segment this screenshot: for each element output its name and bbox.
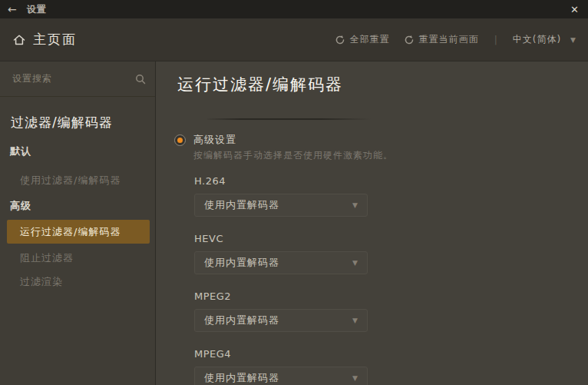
reset-current-button[interactable]: 重置当前画面 (404, 33, 479, 46)
main-content: 运行过滤器/编解码器 高级设置 按编解码器手动选择是否使用硬件激素功能。 H.2… (157, 61, 588, 385)
close-button[interactable]: ✕ (569, 4, 580, 15)
header-actions: 全部重置 重置当前画面 | 中文(简体) ▼ (335, 33, 576, 46)
codec-label-h264: H.264 (194, 175, 226, 187)
dropdown-value: 使用内置解码器 (204, 371, 279, 385)
advanced-settings-radio-row: 高级设置 (174, 133, 236, 147)
chevron-down-icon: ▼ (352, 374, 358, 382)
content-heading: 运行过滤器/编解码器 (177, 74, 343, 95)
codec-dropdown-mpeg4[interactable]: 使用内置解码器 ▼ (194, 367, 368, 385)
titlebar: ← 设置 ✕ (0, 0, 588, 18)
sidebar-item-filter-render[interactable]: 过滤渲染 (20, 275, 63, 289)
header: 主页面 全部重置 重置当前画面 (0, 18, 588, 61)
reset-all-label: 全部重置 (350, 33, 390, 46)
sidebar-item-run-filters[interactable]: 运行过滤器/编解码器 (7, 220, 150, 244)
arrow-left-icon: ← (8, 3, 17, 15)
back-button[interactable]: ← (8, 0, 17, 18)
dropdown-value: 使用内置解码器 (204, 314, 279, 327)
sidebar-group-advanced: 高级 (10, 199, 31, 213)
home-breadcrumb: 主页面 (12, 31, 77, 48)
sidebar-group-default: 默认 (10, 144, 31, 158)
dropdown-value: 使用内置解码器 (204, 198, 279, 212)
chevron-down-icon: ▼ (352, 201, 358, 209)
sidebar: 过滤器/编解码器 默认 使用过滤器/编解码器 高级 运行过滤器/编解码器 阻止过… (0, 61, 156, 385)
refresh-icon (335, 35, 345, 45)
radio-dot (177, 138, 183, 143)
sidebar-item-block-filters[interactable]: 阻止过滤器 (20, 251, 74, 265)
reset-current-label: 重置当前画面 (419, 33, 479, 46)
search-input[interactable] (0, 61, 143, 95)
language-value: 中文(简体) (513, 33, 561, 46)
sidebar-item-use-filters[interactable]: 使用过滤器/编解码器 (20, 174, 121, 188)
separator: | (493, 35, 499, 45)
search-row (0, 61, 155, 97)
radio-button[interactable] (174, 134, 186, 146)
refresh-icon (404, 35, 415, 45)
codec-dropdown-hevc[interactable]: 使用内置解码器 ▼ (194, 251, 368, 274)
codec-label-hevc: HEVC (194, 233, 223, 244)
close-icon: ✕ (570, 4, 579, 15)
sidebar-section-title: 过滤器/编解码器 (11, 114, 113, 131)
codec-dropdown-h264[interactable]: 使用内置解码器 ▼ (194, 194, 368, 217)
page-title: 主页面 (33, 31, 77, 48)
codec-dropdown-mpeg2[interactable]: 使用内置解码器 ▼ (194, 309, 368, 332)
description-text: 按编解码器手动选择是否使用硬件激素功能。 (193, 149, 393, 162)
settings-window: ← 设置 ✕ 主页面 (0, 0, 588, 385)
radio-label: 高级设置 (193, 133, 236, 147)
chevron-down-icon: ▼ (352, 259, 358, 267)
chevron-down-icon: ▼ (352, 317, 358, 324)
search-icon[interactable] (135, 73, 146, 88)
home-icon (12, 33, 26, 47)
chevron-down-icon: ▼ (570, 36, 576, 44)
language-select[interactable]: 中文(简体) ▼ (513, 33, 576, 46)
codec-label-mpeg4: MPEG4 (194, 348, 231, 360)
window-title: 设置 (27, 3, 47, 16)
reset-all-button[interactable]: 全部重置 (335, 33, 390, 46)
dropdown-value: 使用内置解码器 (204, 256, 279, 270)
codec-label-mpeg2: MPEG2 (194, 290, 231, 302)
divider (207, 118, 371, 120)
